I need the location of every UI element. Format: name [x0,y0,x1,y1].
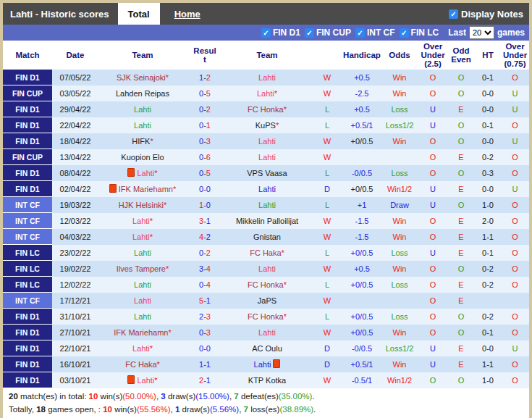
tab-total[interactable]: Total [118,3,160,25]
away-score: 3 [206,328,211,337]
over-under-2-5: O [418,293,447,309]
league-badge: FIN D1 [3,356,52,372]
handicap-value: +0/0.5 [351,248,373,257]
halftime-score: 0-2 [475,261,501,277]
handicap: -2.5 [343,85,381,101]
over-under-0-75-value: U [512,185,518,193]
score: 2-1 [187,372,223,388]
odds-result-value: Loss [391,248,408,257]
home-team: Lahti* [98,213,187,229]
team-name: Lahti [132,233,150,241]
over-under-0-75-value: U [512,89,518,98]
score: 0-4 [187,277,223,293]
match-date: 07/05/22 [52,70,98,85]
odd-even: O [447,325,475,340]
odd-even-value: O [458,201,465,209]
table-row: FIN D102/04/22IFK Mariehamn*0-0LahtiD+0/… [3,181,529,197]
odds-result-value: Loss1/2 [386,121,414,130]
checkbox-checked-icon[interactable]: ✓ [400,28,409,38]
summary-segment: . [313,405,316,414]
last-games-select[interactable]: 20 [469,26,494,39]
odds-result-value: Win [393,233,407,241]
halftime-score: 0-1 [475,245,501,261]
team-name: SJK Seinajoki [117,73,166,82]
match-date: 04/03/22 [52,229,98,245]
score: 1-2 [187,70,223,85]
result-letter: L [311,165,343,181]
checkbox-checked-icon[interactable]: ✓ [355,28,365,38]
over-under-0-75: U [501,133,529,149]
table-row: FIN D122/04/22Lahti0-1KuPS*L+0.5/1Loss1/… [3,117,529,133]
away-score: 2 [206,73,211,82]
away-score: 1 [206,376,211,385]
odd-even-value: O [458,328,465,337]
over-under-2-5-value: U [430,360,436,369]
halftime-score: 0-0 [475,101,501,117]
league-badge: INT CF [3,229,52,245]
score: 0-2 [187,245,223,261]
match-date: 29/04/22 [52,101,98,117]
home-team: Lahti [98,309,187,325]
home-team: IFK Mariehamn* [98,181,187,197]
over-under-0-75-value: U [512,137,518,146]
handicap-value: +0/0.5 [351,137,373,146]
odd-even: E [447,356,475,372]
home-team: Lahti [98,277,187,293]
odds-result-value: Loss [391,169,408,177]
team-name: Lahti [134,248,151,257]
team-name: Lahti [258,264,276,273]
halftime-score: 0-0 [475,181,501,197]
odd-even-value: O [458,137,465,146]
over-under-0-75: O [501,149,529,165]
handicap-value: +0/0.5 [351,328,373,337]
away-score: 5 [206,169,211,177]
result-letter-value: D [324,185,330,193]
result-letter: W [311,229,343,245]
over-under-0-75: U [501,101,529,117]
over-under-0-75-value: O [512,201,518,209]
tab-home[interactable]: Home [164,3,211,25]
result-letter: W [311,149,343,165]
match-date: 02/04/22 [52,181,98,197]
display-notes-label: Display Notes [461,9,523,20]
result-letter-value: W [324,89,331,98]
odds-result-value: Win [393,264,407,273]
odds-result: Loss [381,165,418,181]
handicap-value: -0/0.5 [352,344,372,353]
over-under-0-75: O [501,309,529,325]
result-letter-value: L [325,280,329,289]
over-under-0-75: U [501,85,529,101]
home-team: Lahti [98,245,187,261]
odds-result: Loss [381,309,418,325]
checkbox-checked-icon[interactable]: ✓ [261,28,271,38]
result-letter: W [311,70,343,85]
checkbox-checked-icon[interactable]: ✓ [305,28,314,38]
team-name: Gnistan [253,233,281,241]
away-score: 0 [206,344,211,353]
result-letter-value: W [324,376,331,385]
handicap-value: -1.5 [355,233,369,241]
team-asterisk: * [154,376,157,385]
display-notes-checkbox[interactable]: ✓ [449,9,458,19]
team-name: HIFK [132,137,150,146]
result-letter-value: W [324,217,331,225]
summary-segment: (5.56%) [210,405,239,414]
result-letter: L [311,309,343,325]
handicap: -0.5/1 [343,372,381,388]
away-team: FC Honka* [223,101,311,117]
over-under-2-5-value: O [430,264,436,273]
result-letter-value: L [325,201,329,209]
odd-even: O [447,117,475,133]
odds-result [381,149,418,165]
handicap: +0/0.5 [343,325,381,340]
over-under-2-5-value: O [430,137,436,146]
league-badge: INT CF [3,213,52,229]
result-letter-value: W [324,137,331,146]
over-under-2-5-value: U [430,185,436,193]
team-name: Lahti [258,328,276,337]
team-asterisk: * [150,217,153,225]
away-team: Lahti [223,149,311,165]
table-row: INT CF04/03/22Lahti*4-2GnistanW-1.5WinOE… [3,229,529,245]
odds-result-value: Win [393,217,407,225]
over-under-2-5: O [418,213,447,229]
